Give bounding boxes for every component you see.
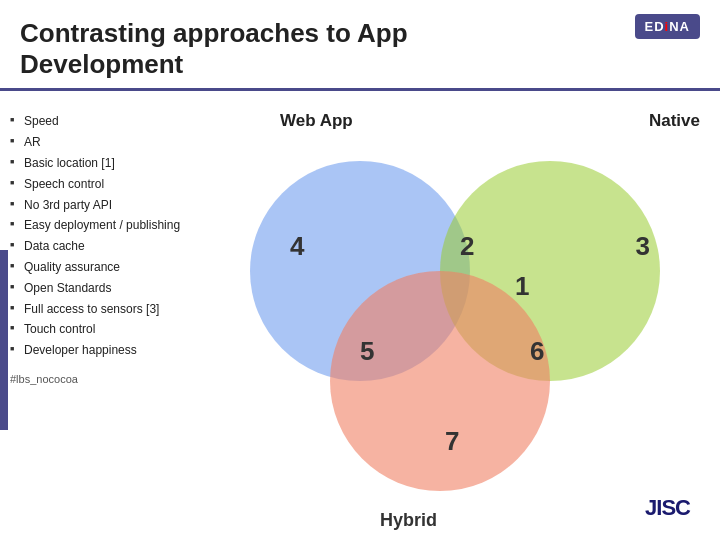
venn-diagram-area: Web App Native 4 2 3 1 5 6 7 Hybrid JISC [220, 101, 710, 540]
main-content: SpeedARBasic location [1]Speech controlN… [0, 91, 720, 540]
left-panel: SpeedARBasic location [1]Speech controlN… [10, 101, 210, 540]
page-header: Contrasting approaches to App Developmen… [0, 0, 720, 91]
hashtag: #lbs_nococoa [10, 373, 210, 385]
title-line2: Development [20, 49, 183, 79]
venn-container: 4 2 3 1 5 6 7 [220, 141, 680, 501]
feature-list: SpeedARBasic location [1]Speech controlN… [10, 111, 210, 361]
page-title: Contrasting approaches to App Developmen… [20, 18, 700, 80]
jisc-logo: JISC [645, 495, 690, 521]
list-item: Full access to sensors [3] [10, 299, 210, 320]
circle-hybrid [330, 271, 550, 491]
list-item: AR [10, 132, 210, 153]
list-item: Speech control [10, 174, 210, 195]
number-1: 1 [515, 271, 529, 302]
list-item: No 3rd party API [10, 195, 210, 216]
number-7: 7 [445, 426, 459, 457]
number-6: 6 [530, 336, 544, 367]
list-item: Quality assurance [10, 257, 210, 278]
list-item: Developer happiness [10, 340, 210, 361]
number-2: 2 [460, 231, 474, 262]
native-label: Native [649, 111, 700, 131]
logo-accent: i [665, 19, 670, 34]
list-item: Basic location [1] [10, 153, 210, 174]
list-item: Speed [10, 111, 210, 132]
edina-logo: EDiNA [635, 14, 700, 39]
title-line1: Contrasting approaches to App [20, 18, 408, 48]
number-4: 4 [290, 231, 304, 262]
list-item: Touch control [10, 319, 210, 340]
web-app-label: Web App [280, 111, 353, 131]
number-3: 3 [636, 231, 650, 262]
hybrid-label: Hybrid [380, 510, 437, 531]
list-item: Data cache [10, 236, 210, 257]
list-item: Open Standards [10, 278, 210, 299]
number-5: 5 [360, 336, 374, 367]
list-item: Easy deployment / publishing [10, 215, 210, 236]
accent-bar [0, 250, 8, 430]
